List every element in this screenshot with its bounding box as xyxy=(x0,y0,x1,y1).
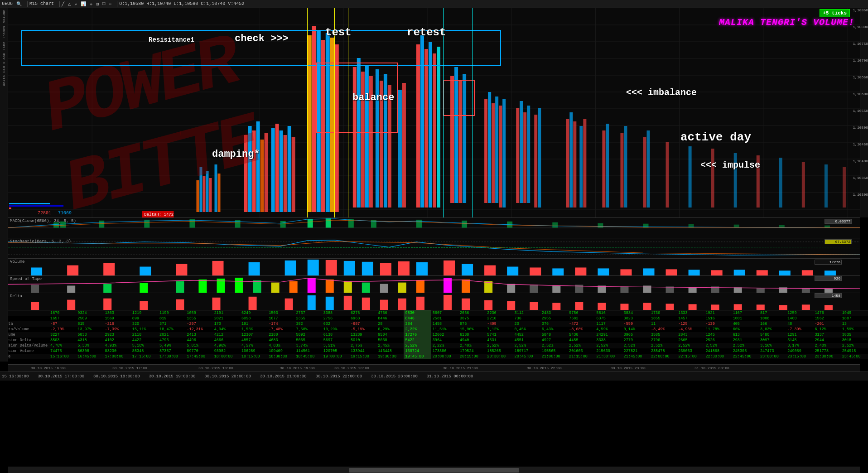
table-row: Ask1670932413631219119010592191624915032… xyxy=(0,310,868,316)
search-icon[interactable]: 🔍 xyxy=(16,1,22,7)
table-cell: -7,39% xyxy=(104,327,131,332)
panel-delta[interactable]: Delta xyxy=(2,75,6,86)
table-cell: 4455 xyxy=(568,338,595,343)
table-cell: -201 xyxy=(813,321,840,327)
table-cell: 2,52% xyxy=(486,343,513,348)
time-6: 30.10.2015 21:00 xyxy=(443,366,478,370)
ticks-button[interactable]: +5 ticks xyxy=(820,9,850,17)
table-cell: 227821 xyxy=(622,348,650,354)
table-cell: 1363 xyxy=(104,310,131,316)
table-cell: 2931 xyxy=(732,338,759,343)
svg-rect-91 xyxy=(643,137,646,208)
svg-rect-73 xyxy=(495,97,498,203)
settings-icon[interactable]: □ xyxy=(102,1,105,6)
panel-volume[interactable]: Volume xyxy=(2,10,6,23)
bottom-time-3: 30.10.2015 18:00:00 xyxy=(93,374,140,379)
table-cell: 11,51% xyxy=(431,327,458,332)
svg-rect-170 xyxy=(140,283,148,293)
more-icon[interactable]: ⋯ xyxy=(109,1,111,7)
symbol-label[interactable]: 6EU6 xyxy=(2,1,13,6)
table-cell: 20:45:00 xyxy=(513,354,540,359)
table-cell: 247473 xyxy=(759,348,786,354)
draw-tool-icon[interactable]: △ xyxy=(68,1,71,7)
horizontal-scrollbar[interactable] xyxy=(8,467,860,473)
table-cell: 19:30:00 xyxy=(376,354,404,359)
table-cell: 3835 xyxy=(841,332,868,338)
table-cell: 4452 xyxy=(513,332,540,338)
zoom-icon[interactable]: ⊞ xyxy=(96,1,99,7)
table-cell: -2,70% xyxy=(49,327,76,332)
table-cell: 1670 xyxy=(49,310,76,316)
table-cell: 1657 xyxy=(49,316,76,321)
table-cell: 15:16:00 xyxy=(49,354,76,359)
table-cell: 382 xyxy=(294,321,322,327)
time-1: 30.10.2015 16:00 xyxy=(31,366,66,370)
delta-chart xyxy=(8,293,860,310)
svg-rect-145 xyxy=(362,262,373,275)
table-cell: 12307 xyxy=(240,332,267,338)
table-cell: 1008 xyxy=(759,316,786,321)
table-cell: 899 xyxy=(131,316,158,321)
table-cell: 21:00:00 xyxy=(540,354,568,359)
svg-rect-86 xyxy=(583,119,586,208)
svg-rect-58 xyxy=(398,90,402,208)
svg-rect-141 xyxy=(285,261,296,275)
table-cell: 23:30:00 xyxy=(813,354,840,359)
svg-rect-217 xyxy=(416,297,424,310)
scrollbar-thumb[interactable] xyxy=(349,468,519,473)
table-cell: 6138 xyxy=(322,332,349,338)
table-cell: 20:15:00 xyxy=(458,354,486,359)
table-row: Session Delta/Volume4,70%5,38%4,93%5,18%… xyxy=(0,343,868,348)
crosshair-icon[interactable]: ✛ xyxy=(90,1,92,7)
table-cell: 2,52% xyxy=(677,343,704,348)
table-cell: 5438 xyxy=(568,332,595,338)
svg-rect-149 xyxy=(444,261,455,275)
table-cell: 2,75% xyxy=(349,343,376,348)
table-cell: 0,29% xyxy=(376,327,404,332)
yellow-line-1 xyxy=(307,8,308,217)
svg-rect-231 xyxy=(734,304,742,310)
panel-time[interactable]: Time xyxy=(2,42,6,50)
table-cell: 4422 xyxy=(131,338,158,343)
svg-rect-30 xyxy=(244,135,248,212)
table-cell: 3227 xyxy=(49,332,76,338)
stochastic-panel: Stochastic(Bars, 5, 3, 3) 67.5372 xyxy=(8,238,860,258)
svg-rect-90 xyxy=(624,126,627,208)
table-cell: 1059 xyxy=(185,310,212,316)
svg-rect-76 xyxy=(516,108,519,203)
svg-rect-160 xyxy=(689,270,700,275)
table-cell: 3965 xyxy=(622,332,650,338)
svg-rect-85 xyxy=(579,126,583,208)
table-row: Delta/Volume-2,70%13,97%-7,39%15,11%18,4… xyxy=(0,327,868,332)
draw-line-icon[interactable]: ╱ xyxy=(62,1,64,7)
svg-rect-215 xyxy=(380,300,388,310)
table-cell: 19:00:00 xyxy=(322,354,349,359)
table-cell: 320 xyxy=(131,321,158,327)
svg-rect-59 xyxy=(402,83,406,208)
svg-rect-25 xyxy=(203,176,205,212)
table-cell: 21:30:00 xyxy=(595,354,622,359)
table-cell: 20:30:00 xyxy=(486,354,513,359)
svg-rect-35 xyxy=(265,133,268,212)
table-cell: 22:15:00 xyxy=(677,354,704,359)
table-cell: 1219 xyxy=(131,310,158,316)
table-cell: 5697 xyxy=(322,338,349,343)
table-cell: -125 xyxy=(677,321,704,327)
panel-bid-ask[interactable]: Bid x Ask xyxy=(2,53,6,72)
table-cell: 9324 xyxy=(76,310,103,316)
table-cell: 4,93% xyxy=(104,343,131,348)
chart-type-label[interactable]: M15 chart xyxy=(29,1,54,6)
price-7: 1,10550 xyxy=(853,109,868,113)
draw-arrow-icon[interactable]: ↗ xyxy=(74,1,77,7)
table-cell: 2,52% xyxy=(568,343,595,348)
indicator-icon[interactable]: 📊 xyxy=(81,1,86,7)
svg-rect-163 xyxy=(757,270,768,275)
table-cell: 89770 xyxy=(185,348,212,354)
bottom-time-6: 30.10.2015 21:00:00 xyxy=(260,374,307,379)
price-5: 1,10650 xyxy=(853,75,868,79)
table-cell: 2737 xyxy=(294,310,322,316)
panel-trades[interactable]: Trades xyxy=(2,26,6,39)
table-cell: 1887 xyxy=(841,316,868,321)
table-cell: 817 xyxy=(759,310,786,316)
table-cell: 2483 xyxy=(540,310,568,316)
